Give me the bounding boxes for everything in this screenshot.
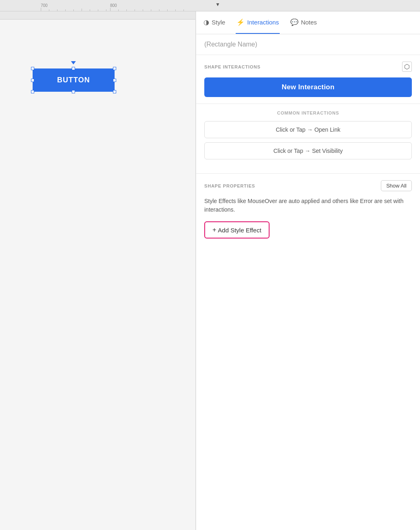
dropdown-icon[interactable]: ▼ (215, 2, 220, 7)
external-link-icon[interactable]: ⬡ (402, 62, 412, 72)
canvas-button[interactable]: BUTTON (33, 68, 115, 92)
interactions-icon: ⚡ (237, 18, 245, 26)
tab-style-label: Style (212, 19, 225, 26)
shape-name-section: (Rectangle Name) (196, 34, 420, 55)
notes-icon: 💬 (290, 18, 298, 26)
section-title-properties: SHAPE PROPERTIES (204, 183, 255, 188)
canvas-area: BUTTON (0, 11, 196, 530)
shape-name: (Rectangle Name) (204, 41, 257, 48)
handle-tm (72, 67, 75, 70)
properties-description: Style Effects like MouseOver are auto ap… (204, 197, 412, 214)
show-all-button[interactable]: Show All (381, 180, 412, 191)
top-ruler: ▼ 700 800 (0, 0, 420, 11)
handle-bm (72, 90, 75, 93)
tab-notes-label: Notes (301, 19, 317, 26)
ruler-numbers: 700 800 (0, 0, 196, 11)
section-title-interactions: SHAPE INTERACTIONS (204, 64, 261, 69)
properties-header: SHAPE PROPERTIES Show All (204, 180, 412, 191)
handle-br (113, 90, 116, 93)
triangle-marker (71, 61, 76, 64)
section-header-interactions: SHAPE INTERACTIONS ⬡ (204, 62, 412, 72)
plus-icon: + (212, 226, 216, 234)
ruler-label-800: 800 (110, 3, 117, 8)
common-interactions-section: COMMON INTERACTIONS Click or Tap → Open … (196, 104, 420, 174)
properties-section: SHAPE PROPERTIES Show All Style Effects … (196, 174, 420, 530)
selected-button-container: BUTTON (33, 68, 115, 92)
canvas-content: BUTTON (0, 20, 195, 530)
right-panel: ◑ Style ⚡ Interactions 💬 Notes (Rectangl… (196, 11, 420, 530)
interactions-section: SHAPE INTERACTIONS ⬡ New Interaction (196, 55, 420, 104)
common-btn-set-visibility[interactable]: Click or Tap → Set Visibility (204, 142, 412, 159)
add-style-effect-label: Add Style Effect (218, 227, 261, 234)
panel-content: (Rectangle Name) SHAPE INTERACTIONS ⬡ Ne… (196, 34, 420, 530)
tab-notes[interactable]: 💬 Notes (290, 11, 318, 34)
main-layout: BUTTON ◑ Style ⚡ (0, 11, 420, 530)
tab-style[interactable]: ◑ Style (203, 11, 226, 34)
canvas-ruler-top (0, 11, 195, 20)
common-btn-open-link[interactable]: Click or Tap → Open Link (204, 121, 412, 138)
tab-interactions-label: Interactions (247, 19, 279, 26)
tab-bar: ◑ Style ⚡ Interactions 💬 Notes (196, 11, 420, 34)
handle-mr (113, 79, 116, 82)
common-interactions-title: COMMON INTERACTIONS (204, 110, 412, 115)
tab-interactions[interactable]: ⚡ Interactions (236, 11, 280, 34)
ruler-label-700: 700 (41, 3, 48, 8)
style-icon: ◑ (203, 18, 209, 26)
handle-tr (113, 67, 116, 70)
add-style-effect-button[interactable]: + Add Style Effect (204, 221, 270, 238)
handle-bl (31, 90, 34, 93)
handle-tl (31, 67, 34, 70)
handle-ml (31, 79, 34, 82)
new-interaction-button[interactable]: New Interaction (204, 77, 412, 97)
canvas-button-wrapper: BUTTON (33, 68, 115, 92)
